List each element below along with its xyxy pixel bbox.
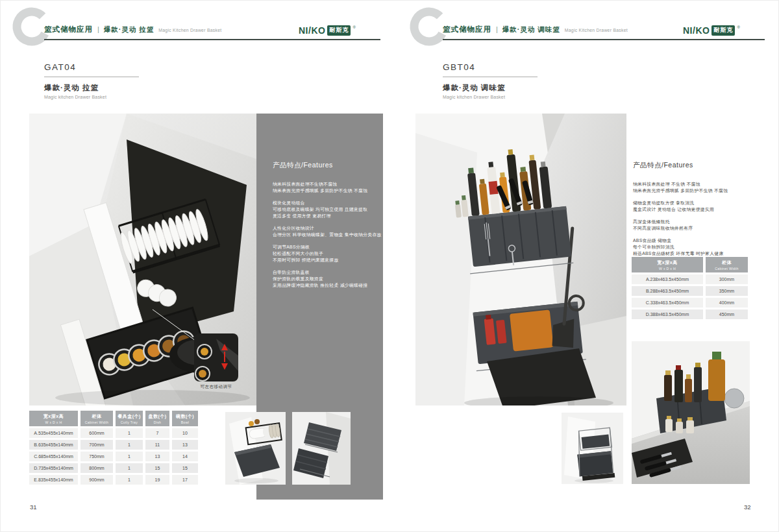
left-detail-photo-2 [292,412,351,485]
table-cell: 13 [145,452,169,461]
table-header-cell: 餐具盒(个) Cutly Tray [116,411,143,426]
header-title-en: Magic Kitchen Drawer Basket [565,28,628,32]
table-cell: 350mm [706,286,748,296]
feature-group: 纳米科技表面处理 不生锈 不腐蚀 纳米表面光滑手感细腻 多层防护不生锈 不腐蚀 [633,181,760,194]
right-features: 产品特点/Features 纳米科技表面处理 不生锈 不腐蚀 纳米表面光滑手感细… [633,161,760,263]
table-cell: D.735x455x140mm [29,463,78,473]
table-cell: A.238x463.5x450mm [632,274,703,284]
feature-group: 高深盒体低矮瓶托 不同高度调味瓶收纳井然有序 [633,219,760,232]
table-header-cell: 宽x深x高 W x D x H [632,257,703,272]
left-features: 产品特点/Features 纳米科技表面处理不生锈不腐蚀 纳米表面光滑手感细腻 … [273,161,382,295]
header-rule [443,39,765,40]
header-title-en: Magic Kitchen Drawer Basket [158,28,221,32]
right-page-number: 32 [744,503,751,511]
features-title: 产品特点/Features [273,161,382,170]
table-cell: 600mm [80,428,113,438]
feature-group: 储物盒灵动提取方便 拿取清洗 魔盒式设计 灵动组合 让收纳更便捷实用 [633,200,760,213]
table-cell: 400mm [706,298,748,308]
right-main-product-photo [415,114,626,405]
right-bottom-product-photo [632,341,750,484]
nisko-logo: NI/KO 耐斯克 ® [683,25,740,36]
left-detail-photo-1 [225,412,286,485]
feature-group: 自带防尘滑轨盖板 保护滑轨的载重及顺滑度 采用品牌缓冲隐藏滑轨 推拉轻柔 减少碗… [273,269,382,289]
table-cell: 15 [172,463,198,473]
registered-mark: ® [737,25,739,29]
model-underline [443,77,538,77]
nisko-logo: NI/KO 耐斯克 ® [299,25,356,36]
left-page-header: 篮式储物应用 | 爆款·灵动 拉篮 Magic Kitchen Drawer B… [44,25,222,34]
right-detail-photo [562,413,623,484]
header-title-cn: 爆款·灵动 调味篮 [502,25,560,34]
feature-group: 纳米科技表面处理不生锈不腐蚀 纳米表面光滑手感细腻 多层防护不生锈 不腐蚀 [273,181,382,194]
feature-group: 可调节ABS分隔板 轻松适配不同大小的瓶子 不用时可拆卸 拒绝约束随意摆放 [273,244,382,263]
table-cell: 10 [172,428,198,438]
product-model: GBT04 [443,62,538,72]
feature-group: 人性化分区收纳设计 合理分区 科学收纳碗碟架、置物盒 集中收纳分类存放 [273,225,382,238]
catalog-spread: 篮式储物应用 | 爆款·灵动 拉篮 Magic Kitchen Drawer B… [0,0,779,532]
table-cell: 300mm [706,274,748,284]
table-cell: 15 [145,463,169,473]
feature-group: 模块化灵动组合 可移动底板及碗碟架 均可独立使用 且随意提取 灵活多变 使用方便… [273,200,382,219]
table-header-cell: 柜体 Cabinet Width [706,257,748,272]
table-cell: D.388x463.5x450mm [632,309,703,319]
header-category: 篮式储物应用 [443,25,491,34]
left-product-block: GAT04 爆款·灵动 拉篮 Magic kitchen Drawer Bask… [44,62,139,99]
table-cell: C.685x455x140mm [29,452,78,461]
table-header-cell: 柜体 Cabinet Width [80,411,113,426]
header-divider: | [97,25,99,33]
table-cell: A.535x455x140mm [29,428,78,438]
product-name-cn: 爆款·灵动 拉篮 [44,83,139,93]
table-cell: 700mm [80,440,113,450]
table-cell: E.835x455x140mm [29,475,78,485]
product-name-en: Magic kitchen Drawer Basket [44,95,139,99]
right-page-header: 篮式储物应用 | 爆款·灵动 调味篮 Magic Kitchen Drawer … [443,25,628,34]
table-cell: 750mm [80,452,113,461]
left-spec-table: 宽x深x高 W x D x H 柜体 Cabinet Width 餐具盒(个) … [29,411,198,485]
nisko-logo-text: NI/KO [299,25,325,36]
table-cell: 1 [116,475,143,485]
header-rule [44,39,380,40]
inset-caption: 可左右移动调节 [184,384,249,390]
feature-group: ABS食品级 储物盒 每个可单独拆卸清洗 精选ABS食品级材质 环保无毒 呵护家… [633,237,760,257]
table-cell: 17 [172,475,198,485]
table-cell: 450mm [706,309,748,319]
table-cell: 1 [116,440,143,450]
header-title-cn: 爆款·灵动 拉篮 [104,25,154,34]
table-cell: 14 [172,452,198,461]
table-header-cell: 宽x深x高 W x D x H [29,411,78,426]
product-name-en: Magic kitchen Drawer Basket [443,95,538,99]
left-page-number: 31 [30,503,37,511]
table-cell: 800mm [80,463,113,473]
table-cell: 900mm [80,475,113,485]
table-cell: C.338x463.5x450mm [632,298,703,308]
table-cell: 11 [145,440,169,450]
table-cell: 1 [116,463,143,473]
features-title: 产品特点/Features [633,161,760,170]
table-header-cell: 碗数(个) Bowl [172,411,198,426]
adjustment-inset-photo [194,333,238,381]
table-cell: B.288x463.5x450mm [632,286,703,296]
header-divider: | [496,25,498,33]
table-cell: 1 [116,452,143,461]
nisko-logo-cn: 耐斯克 [711,25,735,36]
right-spec-table: 宽x深x高 W x D x H 柜体 Cabinet Width A.238x4… [632,257,748,319]
model-underline [44,77,139,77]
registered-mark: ® [352,25,355,29]
table-cell: 19 [145,475,169,485]
product-name-cn: 爆款·灵动 调味篮 [443,83,538,93]
nisko-logo-text: NI/KO [683,25,710,36]
header-category: 篮式储物应用 [44,25,93,34]
table-cell: 1 [116,428,143,438]
table-cell: B.635x455x140mm [29,440,78,450]
table-header-cell: 盘数(个) Dish [145,411,169,426]
table-cell: 13 [172,440,198,450]
right-product-block: GBT04 爆款·灵动 调味篮 Magic kitchen Drawer Bas… [443,62,538,99]
product-model: GAT04 [44,62,139,72]
table-cell: 7 [145,428,169,438]
nisko-logo-cn: 耐斯克 [327,25,351,36]
